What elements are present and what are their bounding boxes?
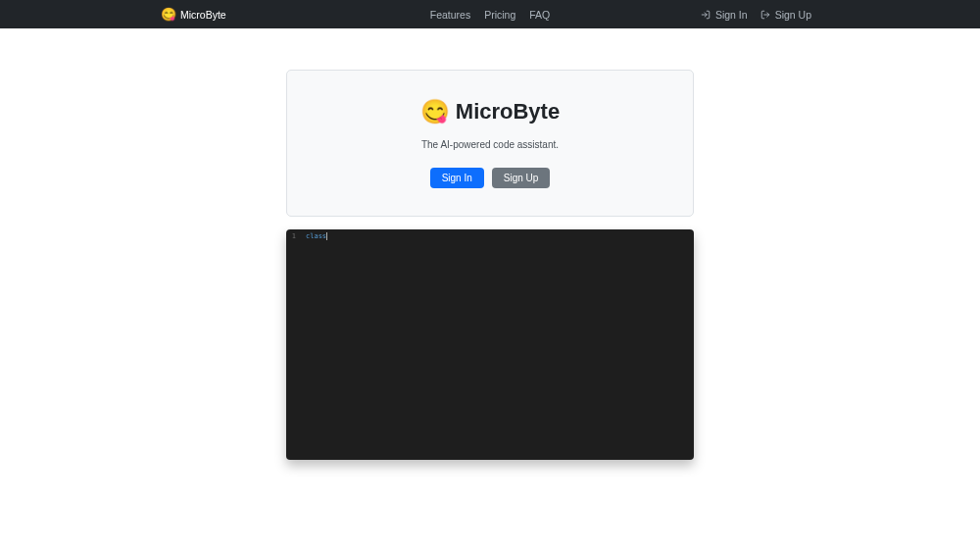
nav-right: Sign In Sign Up [701, 9, 811, 21]
nav-features[interactable]: Features [430, 9, 470, 21]
hero-title: 😋 MicroByte [307, 98, 673, 125]
signin-label: Sign In [715, 9, 748, 21]
line-number: 1 [286, 232, 296, 240]
hero-title-text: MicroByte [456, 99, 560, 125]
signup-label: Sign Up [775, 9, 811, 21]
hero-buttons: Sign In Sign Up [307, 168, 673, 188]
editor-gutter: 1 [286, 229, 300, 240]
hero-subtitle: The AI-powered code assistant. [307, 139, 673, 150]
signup-icon [760, 10, 770, 20]
signup-link[interactable]: Sign Up [760, 9, 811, 21]
editor-content: class [306, 232, 327, 240]
navbar: 😋 MicroByte Features Pricing FAQ Sign In [0, 0, 980, 28]
nav-pricing[interactable]: Pricing [484, 9, 515, 21]
signin-link[interactable]: Sign In [701, 9, 748, 21]
brand-emoji: 😋 [161, 7, 176, 22]
code-keyword: class [306, 232, 326, 240]
hero-signin-button[interactable]: Sign In [430, 168, 484, 188]
nav-center: Features Pricing FAQ [430, 9, 551, 21]
signin-icon [701, 10, 710, 20]
brand-link[interactable]: 😋 MicroByte [161, 7, 226, 22]
brand-name: MicroByte [180, 9, 226, 21]
code-editor[interactable]: 1 class [286, 229, 694, 460]
main-container: 😋 MicroByte The AI-powered code assistan… [286, 70, 694, 460]
editor-cursor [326, 232, 327, 240]
hero-signup-button[interactable]: Sign Up [492, 168, 551, 188]
hero-emoji: 😋 [420, 98, 450, 125]
nav-faq[interactable]: FAQ [529, 9, 550, 21]
hero-card: 😋 MicroByte The AI-powered code assistan… [286, 70, 694, 217]
